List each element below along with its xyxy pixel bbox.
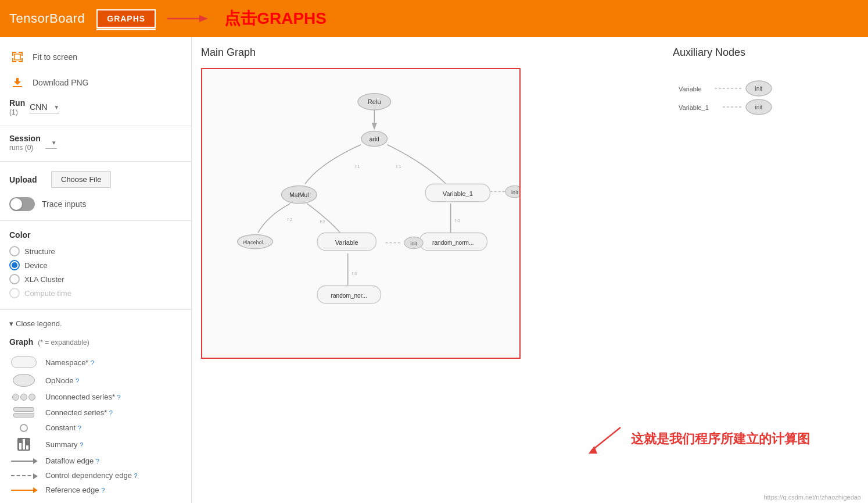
svg-text:init: init [410,241,417,247]
legend-section: Graph (* = expandable) Namespace* ? OpNo… [0,333,191,502]
connected-label: Connected series* ? [45,408,113,417]
graph-legend-title: Graph [9,337,33,347]
structure-label: Structure [24,247,55,256]
unconnected-label: Unconnected series* ? [45,393,121,401]
trace-inputs-toggle[interactable] [9,197,35,211]
main-graph-canvas[interactable]: Relu add MatMul Variable_1 Placehol... [201,68,521,359]
divider-1 [0,126,191,126]
dataflow-label: Dataflow edge ? [45,456,99,465]
download-png-label: Download PNG [33,78,89,87]
svg-text:f:0: f:0 [455,218,460,223]
legend-constant: Constant ? [9,420,182,435]
session-label: Session [9,134,41,143]
svg-text:Relu: Relu [368,98,381,105]
status-url: https://q.csdm.net/n/zhaozhigedao [763,494,861,501]
svg-text:init: init [755,85,763,92]
sidebar: Fit to screen Download PNG Run (1) CNN [0,37,192,503]
download-icon [9,74,26,91]
color-option-device[interactable]: Device [9,258,182,272]
graph-annotation: 这就是我们程序所建立的计算图 [580,422,810,456]
constant-shape [9,424,38,432]
annotation-arrow-icon [580,422,626,456]
reference-link[interactable]: ? [101,487,105,494]
session-select-wrapper[interactable] [45,137,57,149]
namespace-link[interactable]: ? [91,359,94,366]
compute-label: Compute time [24,289,71,298]
svg-rect-10 [15,54,20,60]
legend-dataflow: Dataflow edge ? [9,454,182,468]
svg-rect-7 [12,58,13,62]
color-option-xla[interactable]: XLA Cluster [9,272,182,286]
control-link[interactable]: ? [134,472,138,479]
content-area: Main Graph [192,37,868,503]
close-legend-item[interactable]: ▾ Close legend. [0,315,191,333]
legend-namespace: Namespace* ? [9,354,182,371]
divider-3 [0,220,191,221]
dataflow-link[interactable]: ? [96,458,99,465]
svg-text:Variable_1: Variable_1 [443,190,473,197]
radio-compute [9,288,20,298]
graphs-tab[interactable]: GRAPHS [96,9,156,28]
aux-nodes-title: Auxiliary Nodes [673,47,859,59]
dataflow-shape [9,461,38,462]
reference-label: Reference edge ? [45,486,105,494]
trace-inputs-label: Trace inputs [42,199,87,209]
opnode-label: OpNode ? [45,376,79,385]
session-dropdown[interactable] [45,137,57,149]
trace-inputs-section: Trace inputs [0,192,191,216]
legend-opnode: OpNode ? [9,371,182,390]
legend-unconnected: Unconnected series* ? [9,390,182,404]
color-section: Color Structure Device XLA Cluster [0,226,191,305]
svg-text:Variable_1: Variable_1 [679,104,709,111]
svg-text:Placehol...: Placehol... [243,240,267,245]
svg-text:random_nor...: random_nor... [331,292,367,299]
summary-link[interactable]: ? [80,441,83,448]
reference-shape [9,490,38,491]
namespace-label: Namespace* ? [45,358,94,367]
divider-4 [0,309,191,310]
unconnected-link[interactable]: ? [117,394,121,401]
svg-rect-11 [13,86,22,87]
opnode-shape [9,374,38,387]
choose-file-button[interactable]: Choose File [51,171,111,188]
legend-connected: Connected series* ? [9,404,182,420]
opnode-link[interactable]: ? [76,377,79,384]
close-legend-label: Close legend. [16,319,62,328]
status-bar: https://q.csdm.net/n/zhaozhigedao [756,491,868,503]
svg-text:f:1: f:1 [396,164,401,169]
divider-2 [0,161,191,162]
svg-text:init: init [755,104,763,110]
graph-annotation-text: 这就是我们程序所建立的计算图 [631,430,810,448]
svg-text:add: add [370,136,379,142]
chevron-down-icon: ▾ [9,319,13,328]
run-dropdown[interactable]: CNN [30,101,59,113]
svg-line-49 [591,427,620,451]
aux-graph-svg: Variable init Variable_1 init [673,68,859,138]
svg-rect-9 [21,58,23,62]
fit-to-screen-icon [9,49,26,65]
radio-device [9,260,20,270]
graph-svg: Relu add MatMul Variable_1 Placehol... [202,69,519,358]
color-option-structure[interactable]: Structure [9,244,182,258]
xla-label: XLA Cluster [24,275,64,284]
legend-reference: Reference edge ? [9,483,182,497]
graph-legend-subtitle: (* = expandable) [38,338,89,347]
svg-text:Variable: Variable [679,85,702,92]
summary-shape [9,438,38,451]
svg-text:f:2: f:2 [288,217,293,222]
download-png-item[interactable]: Download PNG [0,70,191,95]
connected-shape [9,407,38,418]
upload-section: Upload Choose File [0,166,191,192]
svg-text:init: init [511,190,518,195]
color-label: Color [9,230,182,240]
svg-text:Variable: Variable [335,239,358,246]
run-select-wrapper[interactable]: CNN [30,101,59,113]
constant-link[interactable]: ? [78,424,81,431]
main-layout: Fit to screen Download PNG Run (1) CNN [0,37,868,503]
svg-text:f:0: f:0 [352,271,357,276]
fit-to-screen-item[interactable]: Fit to screen [0,44,191,70]
run-label: Run [9,98,25,108]
app-header: TensorBoard GRAPHS 点击GRAPHS [0,0,868,37]
connected-link[interactable]: ? [109,409,113,416]
svg-rect-5 [21,52,23,56]
